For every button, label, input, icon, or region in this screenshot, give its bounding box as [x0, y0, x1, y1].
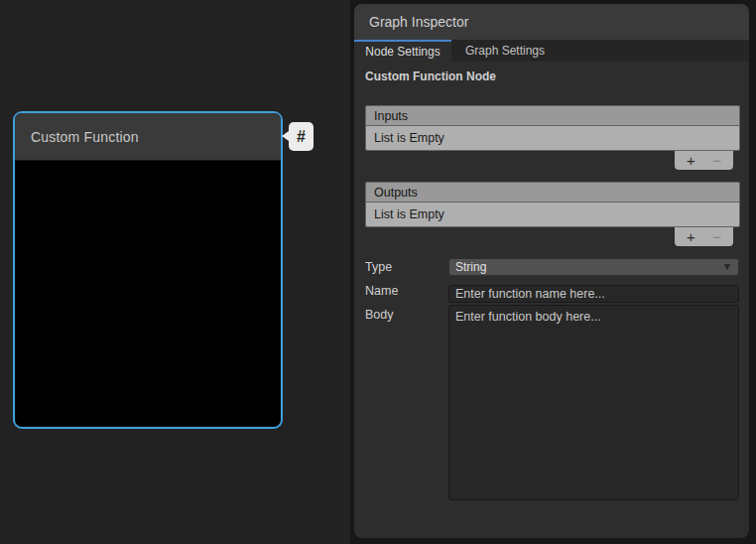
type-field-label: Type	[365, 260, 392, 274]
node-title: Custom Function	[15, 129, 139, 145]
name-field-label: Name	[365, 284, 398, 298]
section-title: Custom Function Node	[365, 69, 496, 83]
chevron-down-icon: ▼	[722, 262, 732, 272]
outputs-remove-button[interactable]: −	[707, 227, 727, 246]
inputs-list-footer: + −	[675, 151, 733, 170]
tab-node-settings[interactable]: Node Settings	[354, 40, 451, 62]
type-dropdown[interactable]: String ▼	[448, 258, 739, 276]
type-dropdown-value: String	[455, 260, 486, 274]
inspector-title: Graph Inspector	[354, 14, 468, 30]
tab-graph-settings[interactable]: Graph Settings	[451, 40, 559, 62]
custom-function-node[interactable]: Custom Function	[13, 111, 283, 429]
graph-canvas[interactable]: Custom Function #	[0, 0, 350, 544]
outputs-list-empty-row: List is Empty	[365, 202, 740, 227]
outputs-list: Outputs List is Empty	[365, 182, 740, 227]
inputs-add-button[interactable]: +	[681, 151, 700, 170]
inputs-remove-button[interactable]: −	[707, 151, 727, 170]
body-field-label: Body	[365, 308, 394, 322]
function-name-input[interactable]	[448, 285, 739, 303]
node-title-bar[interactable]: Custom Function	[15, 113, 281, 161]
inputs-list-empty-row: List is Empty	[365, 125, 740, 151]
outputs-list-footer: + −	[675, 227, 733, 246]
inspector-tab-bar: Node Settings Graph Settings	[354, 40, 749, 62]
hash-badge-icon: #	[289, 122, 314, 151]
outputs-add-button[interactable]: +	[681, 227, 700, 246]
hash-badge-tail	[282, 131, 289, 141]
inspector-title-bar[interactable]: Graph Inspector	[354, 4, 749, 40]
function-body-textarea[interactable]	[448, 305, 739, 500]
outputs-list-header: Outputs	[365, 182, 740, 202]
inputs-list-header: Inputs	[365, 105, 740, 125]
inputs-list: Inputs List is Empty	[365, 105, 740, 151]
graph-inspector-panel: Graph Inspector Node Settings Graph Sett…	[354, 4, 749, 538]
